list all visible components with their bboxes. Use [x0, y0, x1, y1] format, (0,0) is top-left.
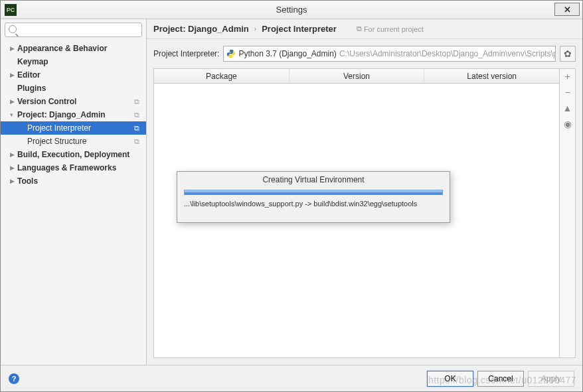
- sidebar-item-label: Version Control: [17, 97, 76, 106]
- search-input[interactable]: [5, 23, 142, 37]
- interpreter-row: Project Interpreter: Python 3.7 (Django_…: [147, 39, 582, 68]
- sidebar-item-plugins[interactable]: Plugins: [1, 82, 146, 95]
- sidebar-item-project-structure[interactable]: Project Structure ⧉: [1, 135, 146, 148]
- interpreter-select[interactable]: Python 3.7 (Django_Admin) C:\Users\Admin…: [223, 46, 556, 62]
- chevron-right-icon: ▶: [10, 151, 17, 158]
- sidebar-item-version-control[interactable]: ▶ Version Control ⧉: [1, 95, 146, 108]
- chevron-right-icon: ▶: [10, 164, 17, 171]
- sidebar-item-project-interpreter[interactable]: Project Interpreter ⧉: [1, 121, 146, 135]
- svg-point-0: [230, 50, 230, 51]
- copy-icon: ⧉: [134, 137, 139, 146]
- progress-bar: [184, 190, 443, 195]
- interpreter-settings-button[interactable]: ✿: [560, 46, 576, 62]
- sidebar-item-label: Editor: [17, 70, 41, 80]
- package-toolbar: + − ▲ ◉: [560, 68, 576, 358]
- chevron-right-icon: ▶: [10, 178, 17, 184]
- cancel-button[interactable]: Cancel: [477, 371, 524, 387]
- remove-package-button[interactable]: −: [562, 87, 573, 98]
- sidebar-item-label: Build, Execution, Deployment: [17, 150, 129, 159]
- interpreter-path: C:\Users\Administrator\Desktop\Django_Ad…: [339, 49, 556, 58]
- chevron-right-icon: ›: [254, 25, 256, 33]
- help-icon: ?: [12, 375, 17, 383]
- sidebar-item-editor[interactable]: ▶ Editor: [1, 68, 146, 82]
- svg-point-1: [232, 56, 233, 57]
- settings-tree: ▶ Appearance & Behavior Keymap ▶ Editor …: [1, 40, 146, 365]
- python-icon: [226, 49, 236, 58]
- sidebar-item-project[interactable]: ▾ Project: Django_Admin ⧉: [1, 108, 146, 121]
- search-wrap: [1, 19, 146, 40]
- sidebar-item-tools[interactable]: ▶ Tools: [1, 174, 146, 188]
- breadcrumb-page: Project Interpreter: [262, 24, 337, 34]
- copy-icon: ⧉: [134, 111, 139, 119]
- gear-icon: ✿: [564, 48, 572, 59]
- dialog-title: Creating Virtual Environment: [177, 172, 450, 190]
- chevron-right-icon: ▶: [10, 45, 17, 52]
- titlebar: PC Settings ✕: [1, 1, 582, 19]
- progress-dialog: Creating Virtual Environment ...\lib\set…: [177, 171, 450, 223]
- interpreter-label: Project Interpreter:: [153, 49, 219, 58]
- breadcrumb: Project: Django_Admin › Project Interpre…: [147, 19, 582, 39]
- progress-status: ...\lib\setuptools\windows_support.py ->…: [177, 195, 450, 208]
- chevron-right-icon: ▶: [10, 72, 17, 78]
- close-button[interactable]: ✕: [554, 3, 580, 16]
- add-package-button[interactable]: +: [562, 71, 573, 82]
- remove-icon: −: [564, 87, 570, 98]
- sidebar-item-label: Project: Django_Admin: [17, 110, 106, 119]
- sidebar-item-appearance[interactable]: ▶ Appearance & Behavior: [1, 42, 146, 55]
- breadcrumb-project: Project: Django_Admin: [153, 24, 249, 34]
- interpreter-name: Python 3.7 (Django_Admin): [238, 49, 336, 58]
- apply-button[interactable]: Apply: [528, 371, 574, 387]
- help-button[interactable]: ?: [9, 373, 19, 384]
- footer: ? OK Cancel Apply: [1, 365, 582, 391]
- up-icon: ▲: [563, 103, 572, 113]
- col-version[interactable]: Version: [290, 69, 425, 83]
- col-latest[interactable]: Latest version: [424, 69, 559, 83]
- copy-icon: ⧉: [134, 124, 139, 133]
- copy-icon: ⧉: [357, 25, 362, 33]
- sidebar: ▶ Appearance & Behavior Keymap ▶ Editor …: [1, 19, 147, 365]
- sidebar-item-label: Appearance & Behavior: [17, 44, 107, 53]
- sidebar-item-label: Plugins: [17, 84, 46, 93]
- chevron-right-icon: ▶: [10, 98, 17, 105]
- close-icon: ✕: [564, 5, 571, 15]
- copy-icon: ⧉: [134, 98, 139, 106]
- sidebar-item-languages[interactable]: ▶ Languages & Frameworks: [1, 161, 146, 174]
- sidebar-item-label: Tools: [17, 176, 38, 186]
- chevron-down-icon: ▾: [10, 111, 17, 118]
- sidebar-item-build[interactable]: ▶ Build, Execution, Deployment: [1, 148, 146, 161]
- search-icon: [9, 25, 17, 33]
- sidebar-item-keymap[interactable]: Keymap: [1, 55, 146, 68]
- ok-button[interactable]: OK: [427, 371, 473, 387]
- table-header: Package Version Latest version: [154, 69, 559, 84]
- sidebar-item-label: Project Interpreter: [27, 123, 91, 133]
- scope-label: ⧉ For current project: [357, 25, 424, 33]
- window-title: Settings: [1, 5, 582, 15]
- eye-icon: ◉: [564, 119, 572, 129]
- add-icon: +: [564, 71, 570, 82]
- upgrade-package-button[interactable]: ▲: [562, 103, 573, 113]
- sidebar-item-label: Project Structure: [27, 137, 86, 146]
- sidebar-item-label: Languages & Frameworks: [17, 163, 116, 172]
- show-early-releases-button[interactable]: ◉: [562, 119, 573, 129]
- sidebar-item-label: Keymap: [17, 57, 48, 66]
- col-package[interactable]: Package: [154, 69, 290, 83]
